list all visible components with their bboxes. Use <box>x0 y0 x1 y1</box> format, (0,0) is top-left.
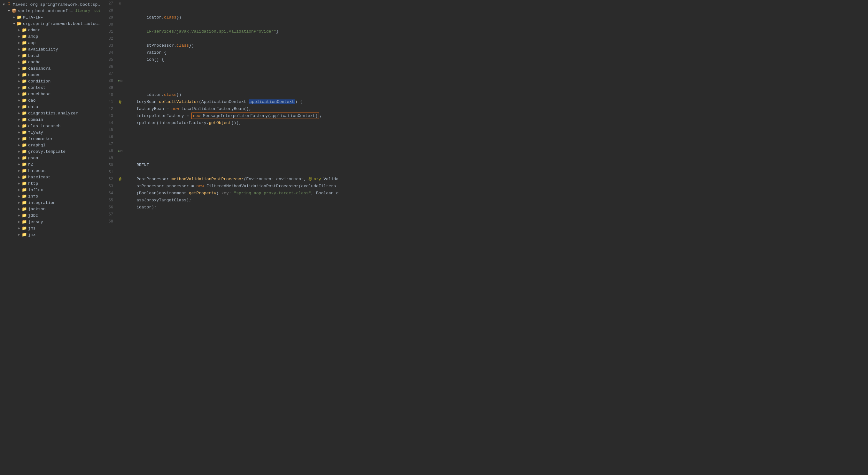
sidebar-item-http[interactable]: ▶ 📁 http <box>0 180 102 187</box>
gson-arrow[interactable]: ▶ <box>17 155 22 160</box>
code-line-53: 53 stProcessor processor = new FilteredM… <box>102 183 868 190</box>
sidebar-item-cassandra[interactable]: ▶ 📁 cassandra <box>0 65 102 71</box>
integration-arrow[interactable]: ▶ <box>17 200 22 205</box>
admin-arrow[interactable]: ▶ <box>17 28 22 33</box>
condition-label: condition <box>28 79 101 84</box>
freemarker-arrow[interactable]: ▶ <box>17 136 22 141</box>
sidebar-item-jmx[interactable]: ▶ 📁 jmx <box>0 231 102 238</box>
codec-folder-icon: 📁 <box>22 72 27 77</box>
admin-label: admin <box>28 28 101 33</box>
code-line-36: 36 <box>102 63 868 70</box>
http-arrow[interactable]: ▶ <box>17 181 22 186</box>
code-line-46: 46 <box>102 133 868 141</box>
tree-root-item[interactable]: ▼ 🗄 Maven: org.springframework.boot:spri… <box>0 1 102 8</box>
expand-arrow[interactable]: ▼ <box>1 2 6 7</box>
sidebar-item-diagnostics[interactable]: ▶ 📁 diagnostics.analyzer <box>0 110 102 116</box>
cassandra-arrow[interactable]: ▶ <box>17 66 22 71</box>
sidebar-item-domain[interactable]: ▶ 📁 domain <box>0 116 102 123</box>
sidebar-item-amqp[interactable]: ▶ 📁 amqp <box>0 33 102 40</box>
amqp-arrow[interactable]: ▶ <box>17 34 22 39</box>
jmx-folder-icon: 📁 <box>22 232 27 237</box>
elasticsearch-arrow[interactable]: ▶ <box>17 123 22 128</box>
fold-38[interactable]: ⊟ <box>121 77 123 84</box>
sidebar-item-influx[interactable]: ▶ 📁 influx <box>0 187 102 193</box>
sidebar-item-aop[interactable]: ▶ 📁 aop <box>0 40 102 46</box>
jmx-arrow[interactable]: ▶ <box>17 232 22 237</box>
sidebar-item-jms[interactable]: ▶ 📁 jms <box>0 225 102 231</box>
sidebar-item-graphql[interactable]: ▶ 📁 graphql <box>0 142 102 148</box>
info-arrow[interactable]: ▶ <box>17 194 22 199</box>
jersey-folder-icon: 📁 <box>22 219 27 225</box>
groovy-template-arrow[interactable]: ▶ <box>17 149 22 154</box>
h2-arrow[interactable]: ▶ <box>17 162 22 167</box>
jms-arrow[interactable]: ▶ <box>17 226 22 231</box>
sidebar-item-freemarker[interactable]: ▶ 📁 freemarker <box>0 136 102 142</box>
flyway-arrow[interactable]: ▶ <box>17 130 22 135</box>
sidebar-item-codec[interactable]: ▶ 📁 codec <box>0 71 102 78</box>
sidebar-item-admin[interactable]: ▶ 📁 admin <box>0 27 102 33</box>
code-line-39: 39 <box>102 84 868 91</box>
fold-48[interactable]: ⊟ <box>121 148 123 155</box>
admin-folder-icon: 📁 <box>22 28 27 33</box>
condition-arrow[interactable]: ▶ <box>17 79 22 84</box>
jdbc-arrow[interactable]: ▶ <box>17 213 22 218</box>
diagnostics-arrow[interactable]: ▶ <box>17 111 22 116</box>
batch-arrow[interactable]: ▶ <box>17 53 22 58</box>
sidebar-item-batch[interactable]: ▶ 📁 batch <box>0 53 102 59</box>
influx-arrow[interactable]: ▶ <box>17 187 22 192</box>
meta-inf-folder-icon: 📁 <box>17 15 22 20</box>
hateoas-arrow[interactable]: ▶ <box>17 168 22 173</box>
pkg-item[interactable]: ▼ 📂 org.springframework.boot.autoconfigu… <box>0 21 102 27</box>
aop-arrow[interactable]: ▶ <box>17 40 22 46</box>
codec-arrow[interactable]: ▶ <box>17 72 22 77</box>
jar-expand-arrow[interactable]: ▼ <box>6 8 11 13</box>
sidebar-item-context[interactable]: ▶ 📁 context <box>0 84 102 91</box>
file-tree-panel[interactable]: ▼ 🗄 Maven: org.springframework.boot:spri… <box>0 0 102 475</box>
context-arrow[interactable]: ▶ <box>17 85 22 90</box>
pkg-arrow[interactable]: ▼ <box>11 21 17 26</box>
dao-arrow[interactable]: ▶ <box>17 98 22 103</box>
code-editor[interactable]: 27 ⊟ 28 29 idator.class}) 30 31 <box>102 0 868 475</box>
sidebar-item-hazelcast[interactable]: ▶ 📁 hazelcast <box>0 174 102 180</box>
meta-inf-item[interactable]: ▶ 📁 META-INF <box>0 14 102 21</box>
sidebar-item-elasticsearch[interactable]: ▶ 📁 elasticsearch <box>0 123 102 129</box>
availability-arrow[interactable]: ▶ <box>17 47 22 52</box>
cache-arrow[interactable]: ▶ <box>17 59 22 65</box>
sidebar-item-jdbc[interactable]: ▶ 📁 jdbc <box>0 212 102 219</box>
code-line-56: 56 idator); <box>102 204 868 211</box>
sidebar-item-dao[interactable]: ▶ 📁 dao <box>0 97 102 103</box>
sidebar-item-info[interactable]: ▶ 📁 info <box>0 193 102 200</box>
domain-arrow[interactable]: ▶ <box>17 117 22 122</box>
sidebar-item-h2[interactable]: ▶ 📁 h2 <box>0 161 102 168</box>
sidebar-item-jackson[interactable]: ▶ 📁 jackson <box>0 206 102 212</box>
sidebar-item-availability[interactable]: ▶ 📁 availability <box>0 46 102 53</box>
jar-label: spring-boot-autoconfigure-2.7.6.jar <box>18 9 73 13</box>
line-number: 38 <box>102 77 116 84</box>
jar-badge: library root <box>75 9 101 13</box>
sidebar-item-data[interactable]: ▶ 📁 data <box>0 103 102 110</box>
graphql-arrow[interactable]: ▶ <box>17 143 22 148</box>
sidebar-item-integration[interactable]: ▶ 📁 integration <box>0 200 102 206</box>
graphql-label: graphql <box>28 143 101 148</box>
hazelcast-arrow[interactable]: ▶ <box>17 175 22 180</box>
code-line-55: 55 ass(proxyTargetClass); <box>102 197 868 204</box>
line-number: 57 <box>102 211 116 218</box>
sidebar-item-hateoas[interactable]: ▶ 📁 hateoas <box>0 168 102 174</box>
jackson-arrow[interactable]: ▶ <box>17 207 22 212</box>
meta-inf-arrow[interactable]: ▶ <box>11 15 17 20</box>
jar-item[interactable]: ▼ 📦 spring-boot-autoconfigure-2.7.6.jar … <box>0 8 102 14</box>
sidebar-item-condition[interactable]: ▶ 📁 condition <box>0 78 102 84</box>
sidebar-item-cache[interactable]: ▶ 📁 cache <box>0 59 102 65</box>
sidebar-item-flyway[interactable]: ▶ 📁 flyway <box>0 129 102 136</box>
sidebar-item-groovy-template[interactable]: ▶ 📁 groovy.template <box>0 148 102 155</box>
cassandra-folder-icon: 📁 <box>22 66 27 71</box>
maven-icon: 🗄 <box>6 2 11 7</box>
couchbase-arrow[interactable]: ▶ <box>17 91 22 96</box>
data-arrow[interactable]: ▶ <box>17 104 22 109</box>
sidebar-item-gson[interactable]: ▶ 📁 gson <box>0 155 102 161</box>
line-number: 31 <box>102 28 116 35</box>
jersey-arrow[interactable]: ▶ <box>17 219 22 225</box>
sidebar-item-couchbase[interactable]: ▶ 📁 couchbase <box>0 91 102 97</box>
fold-icon-27[interactable]: ⊟ <box>119 0 121 7</box>
sidebar-item-jersey[interactable]: ▶ 📁 jersey <box>0 219 102 225</box>
